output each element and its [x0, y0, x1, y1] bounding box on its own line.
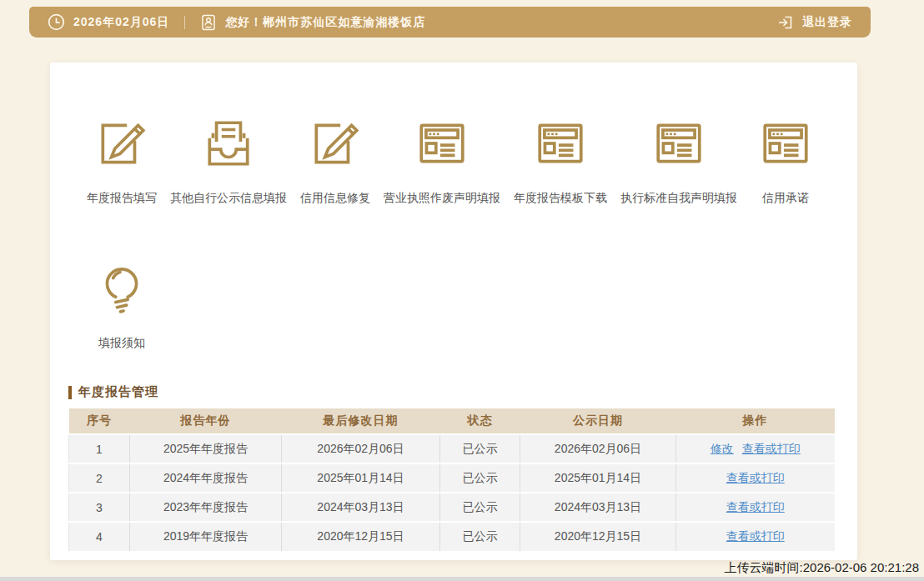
- shortcut-label: 其他自行公示信息填报: [170, 191, 287, 206]
- cell-index: 4: [69, 522, 130, 551]
- table-row: 1 2025年年度报告 2026年02月06日 已公示 2026年02月06日 …: [69, 434, 835, 463]
- form-page-icon: [758, 114, 813, 173]
- shortcut-label: 信用承诺: [762, 191, 809, 206]
- shortcut-label: 填报须知: [98, 336, 145, 351]
- action-link[interactable]: 查看或打印: [726, 529, 785, 543]
- cell-actions: 查看或打印: [676, 522, 835, 551]
- cell-actions: 修改查看或打印: [676, 434, 835, 463]
- col-header-publish: 公示日期: [520, 408, 676, 434]
- table-header-row: 序号 报告年份 最后修改日期 状态 公示日期 操作: [69, 408, 835, 434]
- shortcut-label: 执行标准自我声明填报: [620, 191, 737, 206]
- user-greeting: 您好！郴州市苏仙区如意渝湘楼饭店: [225, 15, 425, 30]
- cell-modified: 2025年01月14日: [282, 463, 440, 493]
- shortcut-item[interactable]: 年度报告模板下载: [514, 114, 607, 206]
- shortcut-row-1: 年度报告填写 其他自行公示信息填报 信用信息修复 营业执照作废声明填报 年度报告…: [50, 63, 857, 206]
- form-page-icon: [414, 114, 470, 173]
- page-bottom-edge: [0, 577, 924, 581]
- shortcut-item[interactable]: 信用承诺: [751, 114, 821, 206]
- col-header-modified: 最后修改日期: [282, 408, 440, 434]
- bulb-icon: [94, 259, 149, 318]
- shortcut-label: 年度报告填写: [87, 191, 157, 206]
- report-section-header: 年度报告管理: [68, 384, 834, 400]
- logout-button[interactable]: 退出登录: [777, 14, 852, 31]
- upload-time-text: 上传云端时间:2026-02-06 20:21:28: [725, 560, 919, 576]
- cell-publish: 2024年03月13日: [520, 493, 676, 522]
- edit-square-icon: [308, 114, 363, 173]
- col-header-status: 状态: [440, 408, 520, 434]
- current-date: 2026年02月06日: [73, 15, 169, 30]
- cell-modified: 2020年12月15日: [282, 522, 440, 551]
- annual-report-table: 序号 报告年份 最后修改日期 状态 公示日期 操作 1 2025年年度报告 20…: [68, 408, 835, 551]
- cell-actions: 查看或打印: [676, 463, 835, 493]
- shortcut-label: 营业执照作废声明填报: [384, 191, 500, 206]
- col-header-actions: 操作: [676, 408, 835, 434]
- clock-icon: [48, 13, 65, 31]
- shortcut-item[interactable]: 填报须知: [87, 259, 157, 351]
- section-title: 年度报告管理: [78, 384, 158, 400]
- form-page-icon: [651, 114, 706, 173]
- cell-publish: 2020年12月15日: [520, 522, 676, 551]
- logout-label: 退出登录: [802, 15, 852, 30]
- shortcut-item[interactable]: 年度报告填写: [87, 114, 157, 206]
- inbox-doc-icon: [201, 114, 256, 173]
- shortcut-row-2: 填报须知: [50, 206, 857, 351]
- cell-status: 已公示: [440, 434, 520, 463]
- col-header-index: 序号: [69, 408, 130, 434]
- cell-status: 已公示: [440, 493, 520, 522]
- cell-publish: 2025年01月14日: [520, 463, 676, 493]
- cell-publish: 2026年02月06日: [520, 434, 676, 463]
- action-link[interactable]: 查看或打印: [726, 471, 785, 484]
- cell-year: 2019年年度报告: [130, 522, 282, 551]
- shortcut-item[interactable]: 其他自行公示信息填报: [170, 114, 287, 206]
- table-row: 4 2019年年度报告 2020年12月15日 已公示 2020年12月15日 …: [69, 522, 835, 551]
- user-badge-icon: [200, 14, 217, 31]
- shortcut-label: 信用信息修复: [300, 191, 370, 206]
- logout-icon: [777, 14, 794, 31]
- table-row: 2 2024年年度报告 2025年01月14日 已公示 2025年01月14日 …: [69, 463, 835, 493]
- section-marker: [68, 386, 72, 399]
- cell-status: 已公示: [440, 463, 520, 493]
- topbar-divider: [184, 16, 185, 29]
- cell-year: 2024年年度报告: [130, 463, 282, 493]
- cell-year: 2023年年度报告: [130, 493, 282, 522]
- cell-modified: 2026年02月06日: [282, 434, 440, 463]
- cell-actions: 查看或打印: [676, 493, 835, 522]
- table-row: 3 2023年年度报告 2024年03月13日 已公示 2024年03月13日 …: [69, 493, 835, 522]
- cell-modified: 2024年03月13日: [282, 493, 440, 522]
- cell-index: 2: [69, 463, 130, 493]
- cell-year: 2025年年度报告: [130, 434, 282, 463]
- shortcut-item[interactable]: 信用信息修复: [300, 114, 370, 206]
- shortcut-label: 年度报告模板下载: [514, 191, 607, 206]
- cell-status: 已公示: [440, 522, 520, 551]
- cell-index: 1: [69, 434, 130, 463]
- cell-index: 3: [69, 493, 130, 522]
- top-bar: 2026年02月06日 您好！郴州市苏仙区如意渝湘楼饭店 退出登录: [29, 7, 871, 38]
- shortcut-item[interactable]: 营业执照作废声明填报: [384, 114, 500, 206]
- action-link[interactable]: 查看或打印: [742, 442, 801, 455]
- action-link[interactable]: 修改: [711, 442, 734, 455]
- col-header-year: 报告年份: [130, 408, 282, 434]
- edit-square-icon: [94, 114, 149, 173]
- shortcut-item[interactable]: 执行标准自我声明填报: [620, 114, 737, 206]
- table-body: 1 2025年年度报告 2026年02月06日 已公示 2026年02月06日 …: [69, 434, 835, 551]
- main-card: 年度报告填写 其他自行公示信息填报 信用信息修复 营业执照作废声明填报 年度报告…: [50, 63, 857, 560]
- action-link[interactable]: 查看或打印: [726, 500, 785, 513]
- form-page-icon: [533, 114, 588, 173]
